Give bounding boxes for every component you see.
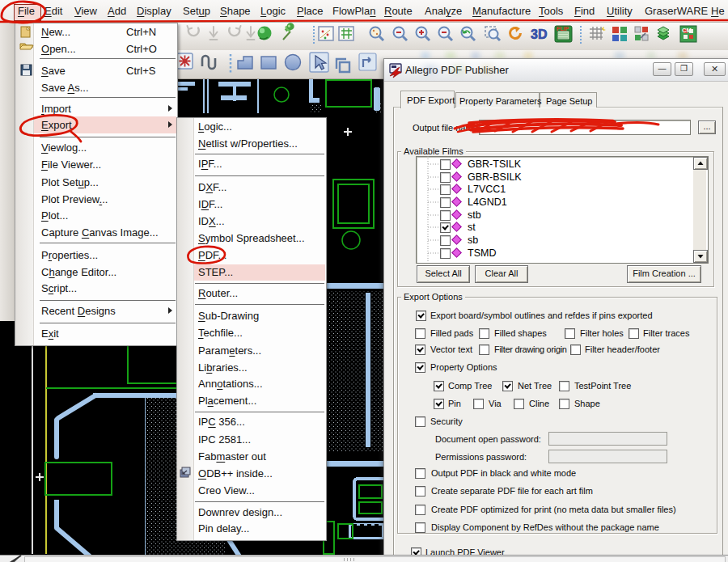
svg-text:CM: CM <box>682 27 692 34</box>
svg-text:3D: 3D <box>531 27 547 41</box>
svg-text:FLIP: FLIP <box>557 26 569 32</box>
